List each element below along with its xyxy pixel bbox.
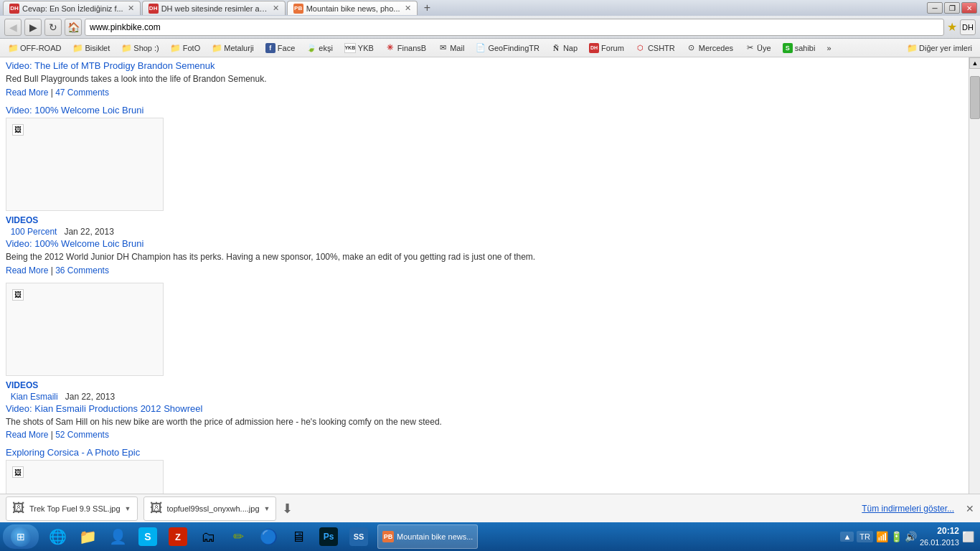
restore-button[interactable]: ❐ — [944, 2, 960, 14]
running-app-label: Mountain bike news... — [397, 532, 473, 541]
taskbar-filemanager[interactable]: 🗂 — [194, 524, 222, 549]
folder-icon: 📁 — [907, 43, 917, 53]
taskbar-skype[interactable]: S — [133, 524, 162, 549]
bm-eksi[interactable]: 🍃 ekşi — [301, 41, 338, 55]
bm-face[interactable]: f Face — [260, 41, 300, 55]
dl2-chevron[interactable]: ▼ — [264, 505, 270, 512]
download-item-2[interactable]: 🖼 topfuel99ssl_onyxwh....jpg ▼ — [143, 496, 277, 521]
bookmarks-bar: 📁 OFF-ROAD 📁 Bisiklet 📁 Shop :) 📁 FotO 📁… — [0, 39, 980, 57]
extension-button[interactable]: DH — [960, 19, 976, 35]
folder-icon: 📁 — [8, 43, 18, 53]
tab-1[interactable]: DH Cevap: En Son İzlediğiniz f... ✕ — [3, 1, 141, 15]
taskbar-monitor[interactable]: 🖥 — [284, 524, 313, 549]
scroll-up[interactable]: ▲ — [969, 57, 980, 69]
article3-author[interactable]: Kian Esmaili — [11, 392, 58, 402]
bm-metalurji[interactable]: 📁 Metalurji — [207, 41, 259, 55]
navigation-bar: ◀ ▶ ↻ 🏠 ★ DH — [0, 16, 980, 39]
bm-geocaching[interactable]: 📄 GeoFindingTR — [471, 41, 545, 55]
bm-bisiklet-label: Bisiklet — [85, 44, 110, 52]
scrollbar[interactable]: ▲ — [969, 57, 980, 494]
article2-read-more[interactable]: Read More — [6, 265, 48, 276]
show-all-downloads[interactable]: Tüm indirmeleri göster... — [862, 504, 954, 514]
reload-button[interactable]: ↻ — [44, 19, 62, 36]
tab-2[interactable]: DH DH web sitesinde resimler açı... ✕ — [142, 1, 286, 15]
bm-forum[interactable]: DH Forum — [584, 41, 629, 55]
article2-author[interactable]: 100 Percent — [11, 227, 57, 237]
bm-other[interactable]: 📁 Diğer yer imleri — [902, 41, 977, 55]
windows-orb: ⊞ — [11, 527, 31, 547]
bm-shop[interactable]: 📁 Shop :) — [116, 41, 164, 55]
tray-clock[interactable]: 20:12 26.01.2013 — [920, 525, 959, 548]
article2-separator: | — [51, 265, 53, 276]
downloads-bar: 🖼 Trek Top Fuel 9.9 SSL.jpg ▼ 🖼 topfuel9… — [0, 494, 980, 522]
taskbar-explorer[interactable]: 📁 — [73, 524, 102, 549]
article2-title-link[interactable]: Video: 100% Welcome Loic Bruni — [6, 105, 143, 116]
running-app[interactable]: PB Mountain bike news... — [377, 524, 478, 549]
bm-shop-label: Shop :) — [133, 44, 159, 52]
show-desktop-button[interactable]: ⬜ — [962, 531, 974, 542]
taskbar-zotero[interactable]: Z — [164, 524, 192, 549]
tab-3[interactable]: PB Mountain bike news, pho... ✕ — [287, 1, 418, 15]
bm-ykb[interactable]: YKB YKB — [339, 41, 379, 55]
article3-comments[interactable]: 52 Comments — [55, 430, 109, 440]
forward-button[interactable]: ▶ — [24, 19, 42, 36]
close-button[interactable]: ✕ — [961, 2, 977, 14]
article3-separator: | — [51, 430, 53, 440]
tray-network-icon: 📶 — [876, 531, 888, 542]
dl2-label: topfuel99ssl_onyxwh....jpg — [167, 504, 260, 513]
taskbar-inkscape[interactable]: ✏ — [224, 524, 253, 549]
tab1-favicon: DH — [9, 4, 19, 14]
bm-nap[interactable]: Ñ Nap — [546, 41, 583, 55]
taskbar-chrome[interactable]: 🔵 — [254, 524, 283, 549]
start-button[interactable]: ⊞ — [3, 524, 39, 549]
tab1-close[interactable]: ✕ — [128, 4, 134, 13]
dl1-chevron[interactable]: ▼ — [125, 505, 131, 512]
article1-comments[interactable]: 47 Comments — [55, 88, 109, 98]
article-2: Video: 100% Welcome Loic Bruni 🖼 VIDEOS … — [6, 105, 963, 276]
bm-bisiklet[interactable]: 📁 Bisiklet — [67, 41, 115, 55]
folder-icon: 📁 — [171, 43, 181, 53]
close-downloads[interactable]: ✕ — [966, 503, 974, 514]
bookmark-star[interactable]: ★ — [947, 20, 957, 34]
bm-finansb[interactable]: ✳ FinansB — [380, 41, 431, 55]
download-item-1[interactable]: 🖼 Trek Top Fuel 9.9 SSL.jpg ▼ — [6, 496, 138, 521]
address-bar[interactable] — [85, 19, 944, 36]
article2-comments[interactable]: 36 Comments — [55, 265, 109, 276]
article2-title-link2[interactable]: Video: 100% Welcome Loic Bruni — [6, 238, 143, 249]
bm-foto[interactable]: 📁 FotO — [166, 41, 205, 55]
bm-mercedes[interactable]: ⊙ Mercedes — [682, 41, 738, 55]
new-tab-button[interactable]: + — [419, 1, 436, 15]
chrome-icon: 🔵 — [259, 527, 278, 546]
ie-icon: 🌐 — [48, 527, 67, 546]
article3-title-link[interactable]: Video: Kian Esmaili Productions 2012 Sho… — [6, 403, 202, 414]
taskbar-ie[interactable]: 🌐 — [43, 524, 72, 549]
back-button[interactable]: ◀ — [4, 19, 22, 36]
cs-icon: ⬡ — [636, 43, 646, 53]
bm-more[interactable]: » — [821, 41, 836, 55]
bm-off-road[interactable]: 📁 OFF-ROAD — [3, 41, 66, 55]
bm-mail[interactable]: ✉ Mail — [433, 41, 469, 55]
tray-notification[interactable]: ▲ — [840, 532, 854, 542]
taskbar-photoshop[interactable]: Ps — [314, 524, 343, 549]
taskbar-ss[interactable]: SS — [344, 524, 373, 549]
scroll-thumb[interactable] — [970, 76, 980, 119]
running-app-icon: PB — [382, 531, 394, 542]
home-button[interactable]: 🏠 — [65, 19, 82, 36]
article3-category[interactable]: VIDEOS — [6, 380, 38, 390]
article2-category[interactable]: VIDEOS — [6, 215, 38, 225]
article1-title-link[interactable]: Video: The Life of MTB Prodigy Brandon S… — [6, 60, 215, 71]
ss-icon: SS — [349, 527, 368, 546]
bm-cshtr[interactable]: ⬡ CSHTR — [631, 41, 680, 55]
article1-read-more[interactable]: Read More — [6, 88, 48, 98]
taskbar-user[interactable]: 👤 — [103, 524, 132, 549]
bm-sahibi[interactable]: S sahibi — [778, 41, 821, 55]
minimize-button[interactable]: ─ — [927, 2, 943, 14]
tab2-close[interactable]: ✕ — [273, 4, 279, 13]
tray-volume-icon: 🔊 — [905, 531, 917, 542]
article3-read-more[interactable]: Read More — [6, 430, 48, 440]
article4-title-link[interactable]: Exploring Corsica - A Photo Epic — [6, 447, 140, 458]
dl1-icon: 🖼 — [12, 501, 25, 516]
bm-eksi-label: ekşi — [319, 44, 333, 52]
tab3-close[interactable]: ✕ — [405, 4, 411, 13]
bm-uye[interactable]: ✂ Üye — [740, 41, 776, 55]
